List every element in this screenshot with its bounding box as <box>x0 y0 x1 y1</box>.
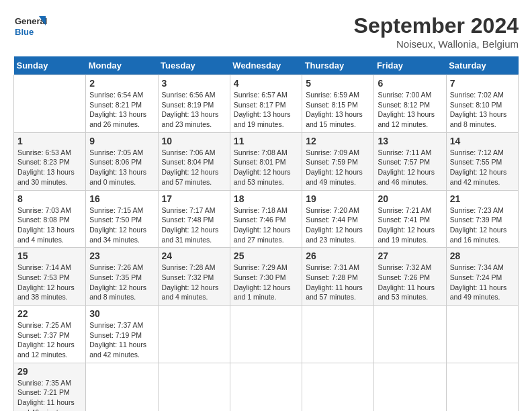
days-header-row: SundayMondayTuesdayWednesdayThursdayFrid… <box>14 56 519 75</box>
day-info: Sunrise: 7:12 AMSunset: 7:55 PMDaylight:… <box>450 148 515 187</box>
calendar-cell <box>14 75 86 133</box>
day-info: Sunrise: 7:35 AMSunset: 7:21 PMDaylight:… <box>17 378 82 411</box>
day-info: Sunrise: 7:11 AMSunset: 7:57 PMDaylight:… <box>378 148 442 187</box>
calendar-cell: 22 Sunrise: 7:25 AMSunset: 7:37 PMDaylig… <box>14 306 86 363</box>
day-info: Sunrise: 7:09 AMSunset: 7:59 PMDaylight:… <box>306 148 370 187</box>
week-row-1: 1 Sunrise: 6:53 AMSunset: 8:23 PMDayligh… <box>14 132 519 190</box>
day-info: Sunrise: 7:37 AMSunset: 7:19 PMDaylight:… <box>89 320 154 360</box>
day-info: Sunrise: 7:17 AMSunset: 7:48 PMDaylight:… <box>162 205 226 245</box>
day-number: 6 <box>378 78 442 89</box>
day-header-saturday: Saturday <box>446 56 518 75</box>
calendar-cell: 15 Sunrise: 7:14 AMSunset: 7:53 PMDaylig… <box>14 248 86 306</box>
day-number: 7 <box>450 78 515 89</box>
day-info: Sunrise: 7:21 AMSunset: 7:41 PMDaylight:… <box>378 205 442 245</box>
calendar-cell: 4 Sunrise: 6:57 AMSunset: 8:17 PMDayligh… <box>230 75 302 133</box>
day-number: 10 <box>162 136 226 146</box>
day-info: Sunrise: 7:14 AMSunset: 7:53 PMDaylight:… <box>17 263 82 302</box>
day-info: Sunrise: 7:00 AMSunset: 8:12 PMDaylight:… <box>378 90 442 130</box>
day-number: 11 <box>234 136 298 146</box>
day-number: 21 <box>450 193 515 204</box>
day-info: Sunrise: 7:23 AMSunset: 7:39 PMDaylight:… <box>450 205 515 245</box>
calendar-cell: 9 Sunrise: 7:05 AMSunset: 8:06 PMDayligh… <box>86 132 158 190</box>
day-number: 14 <box>450 136 515 146</box>
calendar-cell: 13 Sunrise: 7:11 AMSunset: 7:57 PMDaylig… <box>374 132 446 190</box>
calendar-cell <box>158 363 230 411</box>
day-info: Sunrise: 6:59 AMSunset: 8:15 PMDaylight:… <box>306 90 370 130</box>
calendar-table: SundayMondayTuesdayWednesdayThursdayFrid… <box>13 56 519 411</box>
calendar-cell <box>86 363 158 411</box>
calendar-cell <box>158 306 230 363</box>
day-number: 4 <box>234 78 298 89</box>
day-number: 8 <box>17 193 82 204</box>
day-info: Sunrise: 7:15 AMSunset: 7:50 PMDaylight:… <box>89 205 154 245</box>
day-number: 20 <box>378 193 442 204</box>
day-info: Sunrise: 7:32 AMSunset: 7:26 PMDaylight:… <box>378 263 442 302</box>
calendar-cell: 7 Sunrise: 7:02 AMSunset: 8:10 PMDayligh… <box>446 75 518 133</box>
day-number: 16 <box>89 193 154 204</box>
calendar-cell: 30 Sunrise: 7:37 AMSunset: 7:19 PMDaylig… <box>86 306 158 363</box>
calendar-cell <box>230 363 302 411</box>
calendar-cell: 26 Sunrise: 7:31 AMSunset: 7:28 PMDaylig… <box>302 248 374 306</box>
day-info: Sunrise: 7:34 AMSunset: 7:24 PMDaylight:… <box>450 263 515 302</box>
day-info: Sunrise: 7:05 AMSunset: 8:06 PMDaylight:… <box>89 148 154 187</box>
day-info: Sunrise: 6:53 AMSunset: 8:23 PMDaylight:… <box>17 148 82 187</box>
day-header-sunday: Sunday <box>14 56 86 75</box>
day-info: Sunrise: 7:06 AMSunset: 8:04 PMDaylight:… <box>162 148 226 187</box>
day-info: Sunrise: 7:03 AMSunset: 8:08 PMDaylight:… <box>17 205 82 245</box>
day-info: Sunrise: 7:28 AMSunset: 7:32 PMDaylight:… <box>162 263 226 302</box>
day-header-wednesday: Wednesday <box>230 56 302 75</box>
calendar-cell: 24 Sunrise: 7:28 AMSunset: 7:32 PMDaylig… <box>158 248 230 306</box>
calendar-cell: 25 Sunrise: 7:29 AMSunset: 7:30 PMDaylig… <box>230 248 302 306</box>
calendar-cell: 20 Sunrise: 7:21 AMSunset: 7:41 PMDaylig… <box>374 190 446 248</box>
calendar-cell <box>374 363 446 411</box>
day-number: 9 <box>89 136 154 146</box>
calendar-cell <box>374 306 446 363</box>
day-number: 17 <box>162 193 226 204</box>
day-header-thursday: Thursday <box>302 56 374 75</box>
logo-svg: General Blue <box>13 13 47 42</box>
day-number: 3 <box>162 78 226 89</box>
day-info: Sunrise: 7:18 AMSunset: 7:46 PMDaylight:… <box>234 205 298 245</box>
day-number: 19 <box>306 193 370 204</box>
month-title: September 2024 <box>354 13 519 38</box>
day-number: 24 <box>162 250 226 261</box>
calendar-cell: 12 Sunrise: 7:09 AMSunset: 7:59 PMDaylig… <box>302 132 374 190</box>
calendar-cell <box>446 306 518 363</box>
week-row-4: 22 Sunrise: 7:25 AMSunset: 7:37 PMDaylig… <box>14 306 519 363</box>
calendar-cell: 27 Sunrise: 7:32 AMSunset: 7:26 PMDaylig… <box>374 248 446 306</box>
day-number: 25 <box>234 250 298 261</box>
day-info: Sunrise: 7:08 AMSunset: 8:01 PMDaylight:… <box>234 148 298 187</box>
week-row-2: 8 Sunrise: 7:03 AMSunset: 8:08 PMDayligh… <box>14 190 519 248</box>
calendar-cell <box>302 306 374 363</box>
day-info: Sunrise: 6:54 AMSunset: 8:21 PMDaylight:… <box>89 90 154 130</box>
calendar-cell: 3 Sunrise: 6:56 AMSunset: 8:19 PMDayligh… <box>158 75 230 133</box>
calendar-cell: 18 Sunrise: 7:18 AMSunset: 7:46 PMDaylig… <box>230 190 302 248</box>
day-info: Sunrise: 7:26 AMSunset: 7:35 PMDaylight:… <box>89 263 154 302</box>
day-number: 12 <box>306 136 370 146</box>
calendar-cell: 21 Sunrise: 7:23 AMSunset: 7:39 PMDaylig… <box>446 190 518 248</box>
calendar-cell: 5 Sunrise: 6:59 AMSunset: 8:15 PMDayligh… <box>302 75 374 133</box>
day-number: 2 <box>89 78 154 89</box>
calendar-cell: 14 Sunrise: 7:12 AMSunset: 7:55 PMDaylig… <box>446 132 518 190</box>
day-number: 22 <box>17 308 82 319</box>
day-number: 15 <box>17 250 82 261</box>
title-section: September 2024 Noiseux, Wallonia, Belgiu… <box>354 13 519 50</box>
day-info: Sunrise: 7:31 AMSunset: 7:28 PMDaylight:… <box>306 263 370 302</box>
calendar-cell: 16 Sunrise: 7:15 AMSunset: 7:50 PMDaylig… <box>86 190 158 248</box>
day-number: 26 <box>306 250 370 261</box>
day-number: 23 <box>89 250 154 261</box>
day-info: Sunrise: 7:02 AMSunset: 8:10 PMDaylight:… <box>450 90 515 130</box>
calendar-cell: 17 Sunrise: 7:17 AMSunset: 7:48 PMDaylig… <box>158 190 230 248</box>
calendar-cell: 6 Sunrise: 7:00 AMSunset: 8:12 PMDayligh… <box>374 75 446 133</box>
day-info: Sunrise: 6:57 AMSunset: 8:17 PMDaylight:… <box>234 90 298 130</box>
day-header-tuesday: Tuesday <box>158 56 230 75</box>
calendar-cell: 8 Sunrise: 7:03 AMSunset: 8:08 PMDayligh… <box>14 190 86 248</box>
day-info: Sunrise: 7:25 AMSunset: 7:37 PMDaylight:… <box>17 320 82 360</box>
calendar-cell: 2 Sunrise: 6:54 AMSunset: 8:21 PMDayligh… <box>86 75 158 133</box>
day-number: 30 <box>89 308 154 319</box>
week-row-5: 29 Sunrise: 7:35 AMSunset: 7:21 PMDaylig… <box>14 363 519 411</box>
day-number: 13 <box>378 136 442 146</box>
calendar-cell: 23 Sunrise: 7:26 AMSunset: 7:35 PMDaylig… <box>86 248 158 306</box>
day-info: Sunrise: 7:20 AMSunset: 7:44 PMDaylight:… <box>306 205 370 245</box>
day-number: 1 <box>17 136 82 146</box>
